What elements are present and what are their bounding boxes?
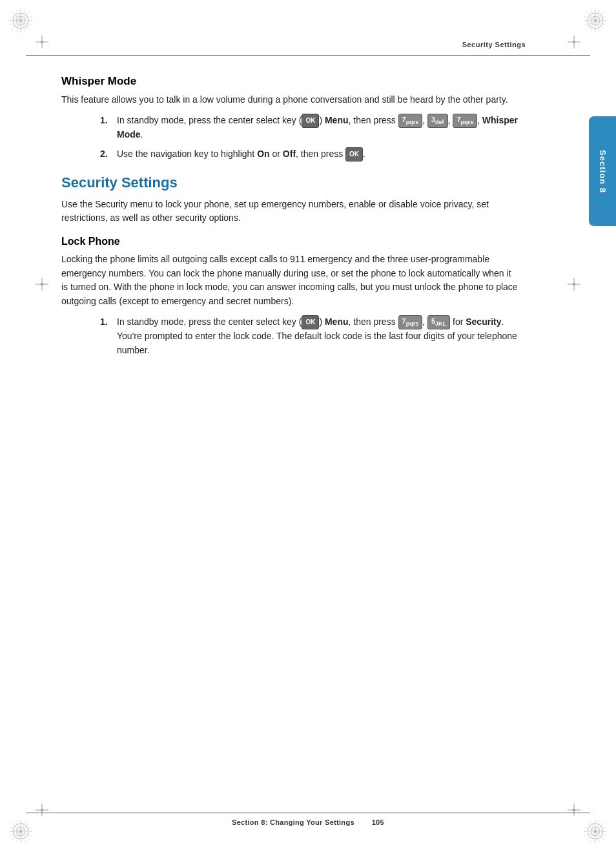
section-tab-label: Section 8 xyxy=(598,150,608,193)
svg-point-61 xyxy=(573,809,575,811)
crosshair-top-left xyxy=(36,36,48,48)
ok-key-lock-1: OK xyxy=(302,315,319,329)
whisper-step-2: 2. Use the navigation key to highlight O… xyxy=(100,147,519,161)
crosshair-top-right xyxy=(568,36,580,48)
footer-text: Section 8: Changing Your Settings 105 xyxy=(232,818,384,826)
crosshair-mid-right xyxy=(568,278,580,291)
key-7pars-1: 7pqrs xyxy=(398,114,423,128)
svg-point-52 xyxy=(41,283,43,286)
key-3def-1: 3def xyxy=(427,114,448,128)
crosshair-mid-left xyxy=(36,278,48,291)
page-header: Security Settings xyxy=(26,0,590,56)
svg-point-55 xyxy=(573,283,575,286)
key-7pars-lock: 7pqrs xyxy=(398,315,423,329)
lock-step-text-1: In standby mode, press the center select… xyxy=(117,315,519,358)
step-text-1: In standby mode, press the center select… xyxy=(117,114,519,142)
key-7pars-2: 7pqrs xyxy=(453,114,477,128)
lock-phone-description: Locking the phone limits all outgoing ca… xyxy=(61,253,519,309)
svg-point-58 xyxy=(41,809,43,811)
whisper-mode-section: Whisper Mode This feature allows you to … xyxy=(61,75,519,161)
page-footer: Section 8: Changing Your Settings 105 xyxy=(26,813,590,826)
lock-phone-steps: 1. In standby mode, press the center sel… xyxy=(100,315,519,358)
ok-key-2: OK xyxy=(345,147,363,161)
lock-phone-section: Lock Phone Locking the phone limits all … xyxy=(61,236,519,357)
lock-step-number-1: 1. xyxy=(100,315,112,329)
whisper-mode-title: Whisper Mode xyxy=(61,75,519,88)
header-title: Security Settings xyxy=(462,41,526,48)
step-number-1: 1. xyxy=(100,114,112,128)
section-tab: Section 8 xyxy=(589,116,616,226)
key-5jkl-lock: 5JKL xyxy=(427,315,450,329)
whisper-mode-steps: 1. In standby mode, press the center sel… xyxy=(100,114,519,161)
step-number-2: 2. xyxy=(100,147,112,161)
whisper-step-1: 1. In standby mode, press the center sel… xyxy=(100,114,519,142)
ok-key-1: OK xyxy=(302,114,319,128)
lock-phone-title: Lock Phone xyxy=(61,236,519,247)
svg-point-49 xyxy=(573,41,575,43)
whisper-mode-description: This feature allows you to talk in a low… xyxy=(61,93,519,107)
svg-point-46 xyxy=(41,41,43,43)
lock-step-1: 1. In standby mode, press the center sel… xyxy=(100,315,519,358)
page-container: Section 8 Security Settings Whisper Mode… xyxy=(0,0,616,852)
security-settings-description: Use the Security menu to lock your phone… xyxy=(61,198,519,225)
security-settings-title: Security Settings xyxy=(61,174,519,191)
main-content: Whisper Mode This feature allows you to … xyxy=(0,56,584,378)
step-text-2: Use the navigation key to highlight On o… xyxy=(117,147,519,161)
security-settings-section: Security Settings Use the Security menu … xyxy=(61,174,519,358)
